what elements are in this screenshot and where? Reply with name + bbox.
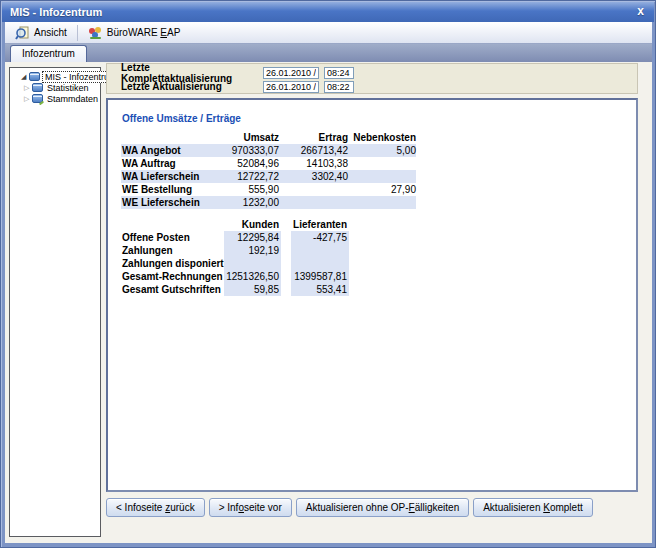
last-update-date-field[interactable]	[263, 81, 319, 93]
table-row: WE Bestellung 555,90 27,90	[121, 183, 416, 196]
ansicht-label: Ansicht	[34, 27, 67, 38]
tree-item-stammdaten[interactable]: ▷ Stammdaten	[10, 93, 100, 104]
table-row: Zahlungen 192,19	[121, 244, 417, 257]
toolbar: Ansicht BüroWARE EAP	[5, 22, 652, 44]
collapsed-arrow-icon[interactable]: ▷	[24, 84, 32, 92]
infocenter-node-icon	[29, 72, 40, 81]
last-update-time-field[interactable]	[324, 81, 354, 93]
open-sales-table: Umsatz Ertrag Nebenkosten WA Angebot 970…	[121, 131, 416, 209]
tab-strip: Infozentrum	[5, 44, 652, 62]
column-header-kunden: Kunden	[224, 218, 281, 231]
tree-item-label: Stammdaten	[45, 94, 100, 104]
content-area: ◢ MIS - Infozentrum ▷ Statistiken ▷ Stam…	[5, 62, 652, 543]
infoseite-zurueck-button[interactable]: < Infoseite zurück	[106, 498, 205, 517]
last-full-update-row: Letzte Komplettaktualisierung	[121, 66, 629, 79]
footer-button-bar: < Infoseite zurück > Infoseite vor Aktua…	[106, 498, 593, 517]
buroware-icon	[88, 26, 103, 40]
report-panel: Offene Umsätze / Erträge Umsatz Ertrag N…	[106, 98, 638, 492]
stammdaten-node-icon	[32, 94, 43, 103]
table-header-row: Kunden Lieferanten	[121, 218, 417, 231]
buroware-label-post: AP	[167, 27, 180, 38]
tree-item-statistiken[interactable]: ▷ Statistiken	[10, 82, 100, 93]
last-update-label: Letzte Aktualisierung	[121, 81, 263, 92]
table-row: WA Auftrag 52084,96 14103,38	[121, 157, 416, 170]
aktualisieren-ohne-op-button[interactable]: Aktualisieren ohne OP-Fälligkeiten	[296, 498, 469, 517]
expanded-arrow-icon[interactable]: ◢	[21, 73, 29, 81]
column-header-nebenkosten: Nebenkosten	[348, 131, 416, 144]
table-row: Gesamt Gutschriften 59,85 553,41	[121, 283, 417, 296]
last-full-update-date-field[interactable]	[263, 67, 319, 79]
close-button[interactable]: x	[637, 2, 644, 22]
title-bar[interactable]: MIS - Infozentrum x	[2, 2, 654, 22]
infoseite-vor-button[interactable]: > Infoseite vor	[209, 498, 292, 517]
column-header-umsatz: Umsatz	[209, 131, 279, 144]
magnifier-icon	[15, 26, 30, 40]
last-update-row: Letzte Aktualisierung	[121, 80, 629, 93]
tree-item-label: Statistiken	[45, 83, 91, 93]
collapsed-arrow-icon[interactable]: ▷	[24, 95, 32, 103]
report-title: Offene Umsätze / Erträge	[122, 113, 241, 124]
table-row: WA Lieferschein 12722,72 3302,40	[121, 170, 416, 183]
accounts-table: Kunden Lieferanten Offene Posten 12295,8…	[121, 218, 417, 296]
ansicht-button[interactable]: Ansicht	[8, 24, 74, 42]
statistiken-node-icon	[32, 83, 43, 92]
table-header-row: Umsatz Ertrag Nebenkosten	[121, 131, 416, 144]
buroware-label-pre: BüroWARE	[107, 27, 161, 38]
table-row: Gesamt-Rechnungen 1251326,50 1399587,81	[121, 270, 417, 283]
column-header-ertrag: Ertrag	[279, 131, 348, 144]
toolbar-separator	[77, 25, 78, 41]
tree-item-mis-infozentrum[interactable]: ◢ MIS - Infozentrum	[10, 71, 100, 82]
buroware-label-key: E	[160, 27, 167, 38]
table-row: Offene Posten 12295,84 -427,75	[121, 231, 417, 244]
update-info-panel: Letzte Komplettaktualisierung Letzte Akt…	[106, 63, 638, 94]
table-row: Zahlungen disponiert	[121, 257, 417, 270]
table-row: WA Angebot 970333,07 266713,42 5,00	[121, 144, 416, 157]
table-row: WE Lieferschein 1232,00	[121, 196, 416, 209]
last-full-update-time-field[interactable]	[324, 67, 354, 79]
navigation-tree: ◢ MIS - Infozentrum ▷ Statistiken ▷ Stam…	[9, 67, 101, 537]
buroware-eap-button[interactable]: BüroWARE EAP	[81, 24, 188, 42]
aktualisieren-komplett-button[interactable]: Aktualisieren Komplett	[473, 498, 593, 517]
app-window: MIS - Infozentrum x Ansicht	[0, 0, 656, 548]
window-title: MIS - Infozentrum	[10, 6, 102, 18]
column-header-lieferanten: Lieferanten	[291, 218, 349, 231]
tab-infozentrum[interactable]: Infozentrum	[10, 45, 87, 62]
